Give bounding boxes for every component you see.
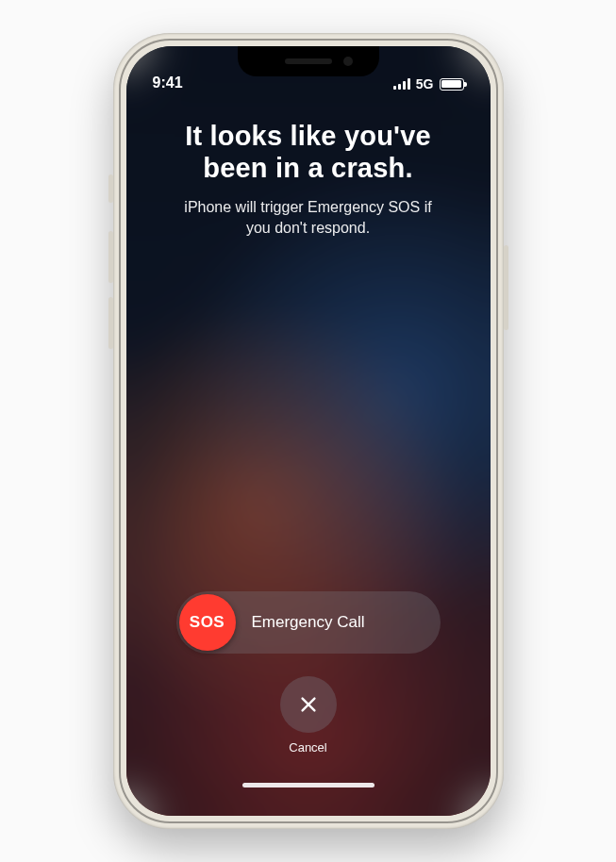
cancel-label: Cancel (289, 740, 326, 754)
crash-headline: It looks like you've been in a crash. iP… (126, 120, 491, 239)
volume-up-button[interactable] (108, 231, 113, 283)
notch (238, 46, 379, 76)
status-time: 9:41 (153, 75, 183, 91)
crash-title: It looks like you've been in a crash. (157, 120, 460, 184)
cancel-group: Cancel (280, 676, 337, 754)
home-indicator[interactable] (242, 783, 375, 787)
network-type-label: 5G (416, 76, 434, 91)
ring-silent-switch[interactable] (108, 174, 113, 203)
sos-knob[interactable]: SOS (179, 594, 236, 651)
crash-subtitle: iPhone will trigger Emergency SOS if you… (157, 197, 460, 238)
cancel-button[interactable] (280, 676, 337, 733)
emergency-call-slider[interactable]: SOS Emergency Call (176, 591, 441, 654)
sos-knob-label: SOS (190, 613, 225, 632)
close-icon (298, 694, 319, 715)
side-button[interactable] (504, 245, 508, 330)
bottom-controls: SOS Emergency Call Cancel (126, 591, 491, 787)
front-camera (343, 57, 353, 66)
screen: 9:41 5G It looks like you've been in a c… (126, 46, 491, 816)
battery-icon (440, 78, 464, 91)
earpiece-speaker (285, 58, 332, 64)
cellular-signal-icon (393, 78, 410, 90)
status-indicators: 5G (393, 76, 464, 91)
volume-down-button[interactable] (108, 297, 113, 349)
phone-frame: 9:41 5G It looks like you've been in a c… (113, 33, 504, 829)
